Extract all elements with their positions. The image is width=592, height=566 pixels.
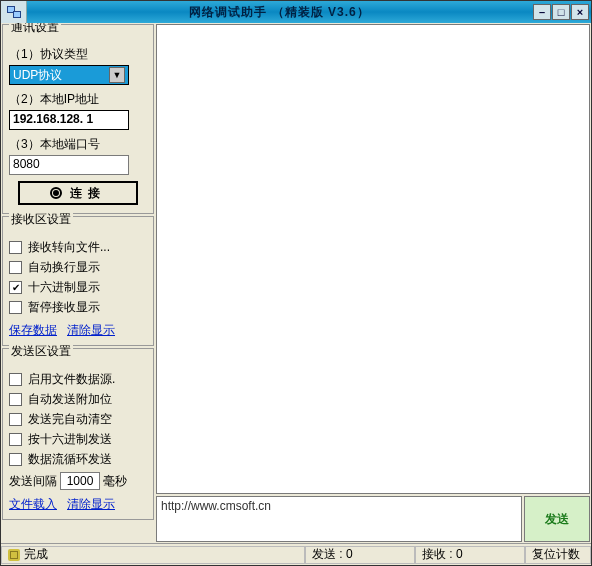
left-panel: 通讯设置 （1）协议类型 UDP协议 ▼ （2）本地IP地址 192.168.1… xyxy=(2,24,154,542)
send-autoclear-label: 发送完自动清空 xyxy=(28,411,112,428)
recv-textarea[interactable] xyxy=(156,24,590,494)
right-panel: http://www.cmsoft.cn 发送 xyxy=(156,24,590,542)
connect-label: 连接 xyxy=(70,185,106,202)
minimize-button[interactable]: – xyxy=(533,4,551,20)
send-autoappend-checkbox[interactable] xyxy=(9,393,22,406)
send-loadfile-link[interactable]: 文件载入 xyxy=(9,497,57,511)
network-icon xyxy=(7,6,21,18)
recv-autowrap-checkbox[interactable] xyxy=(9,261,22,274)
close-button[interactable]: × xyxy=(571,4,589,20)
protocol-select[interactable]: UDP协议 ▼ xyxy=(9,65,129,85)
comm-settings-group: 通讯设置 （1）协议类型 UDP协议 ▼ （2）本地IP地址 192.168.1… xyxy=(2,24,154,214)
recv-pause-label: 暂停接收显示 xyxy=(28,299,100,316)
ip-label: （2）本地IP地址 xyxy=(9,91,147,108)
send-filesrc-label: 启用文件数据源. xyxy=(28,371,115,388)
protocol-label: （1）协议类型 xyxy=(9,46,147,63)
app-icon-box xyxy=(1,1,27,23)
send-hex-checkbox[interactable] xyxy=(9,433,22,446)
recv-hex-label: 十六进制显示 xyxy=(28,279,100,296)
connect-button[interactable]: 连接 xyxy=(18,181,138,205)
recv-tofile-label: 接收转向文件... xyxy=(28,239,110,256)
recv-pause-checkbox[interactable] xyxy=(9,301,22,314)
port-label: （3）本地端口号 xyxy=(9,136,147,153)
send-group-title: 发送区设置 xyxy=(9,343,73,360)
recv-settings-group: 接收区设置 接收转向文件... 自动换行显示 ✔十六进制显示 暂停接收显示 保存… xyxy=(2,216,154,346)
ready-icon xyxy=(8,549,20,561)
send-button[interactable]: 发送 xyxy=(524,496,590,542)
title-bar[interactable]: 网络调试助手 （精装版 V3.6） – □ × xyxy=(1,1,591,23)
send-autoappend-label: 自动发送附加位 xyxy=(28,391,112,408)
interval-input[interactable] xyxy=(60,472,100,490)
protocol-value: UDP协议 xyxy=(13,67,109,84)
interval-suffix: 毫秒 xyxy=(103,473,127,490)
window-body: 通讯设置 （1）协议类型 UDP协议 ▼ （2）本地IP地址 192.168.1… xyxy=(1,23,591,543)
interval-prefix: 发送间隔 xyxy=(9,473,57,490)
status-recv-seg: 接收 : 0 xyxy=(415,546,525,564)
send-loop-label: 数据流循环发送 xyxy=(28,451,112,468)
status-ready-seg: 完成 xyxy=(1,546,305,564)
recv-save-link[interactable]: 保存数据 xyxy=(9,323,57,337)
port-input[interactable]: 8080 xyxy=(9,155,129,175)
send-clear-link[interactable]: 清除显示 xyxy=(67,497,115,511)
send-filesrc-checkbox[interactable] xyxy=(9,373,22,386)
send-loop-checkbox[interactable] xyxy=(9,453,22,466)
window-title: 网络调试助手 （精装版 V3.6） xyxy=(27,4,532,21)
recv-group-title: 接收区设置 xyxy=(9,211,73,228)
send-autoclear-checkbox[interactable] xyxy=(9,413,22,426)
chevron-down-icon: ▼ xyxy=(109,67,125,83)
send-hex-label: 按十六进制发送 xyxy=(28,431,112,448)
status-bar: 完成 发送 : 0 接收 : 0 复位计数 xyxy=(1,543,591,565)
recv-clear-link[interactable]: 清除显示 xyxy=(67,323,115,337)
maximize-button[interactable]: □ xyxy=(552,4,570,20)
status-reset-button[interactable]: 复位计数 xyxy=(525,546,591,564)
recv-hex-checkbox[interactable]: ✔ xyxy=(9,281,22,294)
ip-input[interactable]: 192.168.128. 1 xyxy=(9,110,129,130)
record-icon xyxy=(50,187,62,199)
recv-autowrap-label: 自动换行显示 xyxy=(28,259,100,276)
status-send-seg: 发送 : 0 xyxy=(305,546,415,564)
send-settings-group: 发送区设置 启用文件数据源. 自动发送附加位 发送完自动清空 按十六进制发送 数… xyxy=(2,348,154,520)
send-textarea[interactable]: http://www.cmsoft.cn xyxy=(156,496,522,542)
recv-tofile-checkbox[interactable] xyxy=(9,241,22,254)
status-ready: 完成 xyxy=(24,546,48,563)
app-window: 网络调试助手 （精装版 V3.6） – □ × 通讯设置 （1）协议类型 UDP… xyxy=(0,0,592,566)
comm-group-title: 通讯设置 xyxy=(9,23,61,36)
